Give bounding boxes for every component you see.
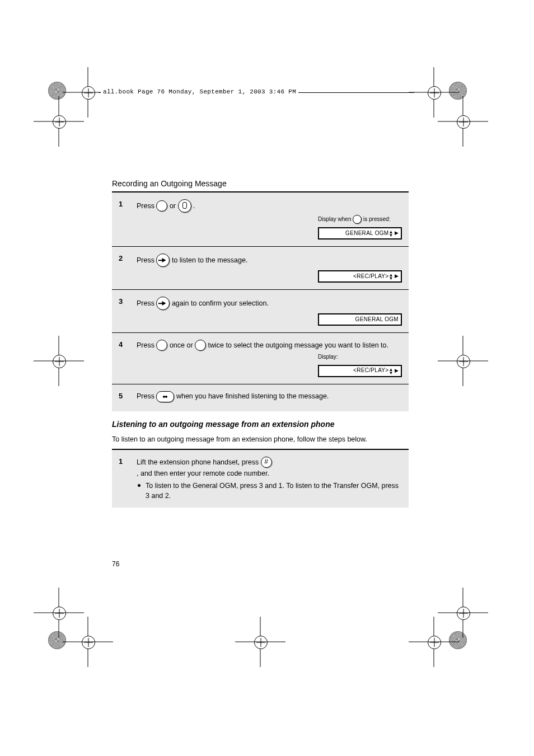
step-number: 5 (119, 391, 131, 405)
step-text: Press (137, 255, 154, 265)
subsection-paragraph: To listen to an outgoing message from an… (112, 434, 409, 444)
lcd-display: <REC/PLAY> ▲▼ ▶ (318, 365, 402, 377)
stop-button-icon (156, 391, 174, 402)
display-text: <REC/PLAY> (353, 367, 388, 375)
step-text: again to confirm your selection. (172, 298, 269, 308)
updown-arrows-icon: ▲▼ (388, 368, 393, 375)
subsection-title: Listening to an outgoing message from an… (112, 420, 409, 429)
step-text: when you have finished listening to the … (176, 391, 329, 401)
bullet-item: To listen to the General OGM, press 3 an… (137, 481, 402, 501)
registration-crosshair (34, 336, 84, 386)
play-button-icon (156, 253, 170, 267)
running-header: all.book Page 76 Monday, September 1, 20… (101, 88, 298, 95)
circle-button-icon (156, 340, 167, 351)
right-arrow-icon: ▶ (395, 273, 399, 280)
section-title: Recording an Outgoing Message (112, 179, 409, 188)
step-number: 4 (119, 340, 131, 377)
registration-crosshair (438, 588, 488, 638)
display-text: GENERAL OGM (355, 316, 399, 324)
lcd-display: GENERAL OGM (318, 313, 402, 326)
display-caption: Display: (318, 353, 402, 361)
step-row: 2 Press to listen to the message. <REC/P… (112, 247, 409, 290)
caption-text: is pressed: (363, 216, 390, 222)
step-row: 3 Press again to confirm your selection.… (112, 290, 409, 333)
step-text: . (193, 201, 195, 211)
steps-panel: 1 Press or . Display when is pressed: GE… (112, 192, 409, 411)
registration-crosshair (438, 96, 488, 147)
step-text: , and then enter your remote code number… (137, 468, 269, 478)
lcd-display: <REC/PLAY> ▲▼ ▶ (318, 270, 402, 283)
updown-arrows-icon: ▲▼ (388, 274, 393, 280)
caption-text: Display when (318, 216, 351, 222)
right-arrow-icon: ▶ (395, 229, 399, 237)
display-text: <REC/PLAY> (353, 273, 388, 281)
step-text: or (170, 201, 176, 211)
step-number: 1 (119, 457, 131, 501)
circle-button-icon (353, 215, 362, 224)
registration-crosshair (235, 617, 285, 667)
circle-button-icon (195, 340, 206, 351)
step-number: 1 (119, 199, 131, 240)
step-text: once or (170, 340, 193, 350)
hash-key-icon (261, 457, 272, 468)
step-text: twice to select the outgoing message you… (208, 340, 388, 350)
display-caption: Display when is pressed: (318, 215, 402, 224)
step-number: 2 (119, 253, 131, 283)
registration-crosshair (34, 588, 84, 638)
step-row: 1 Lift the extension phone handset, pres… (112, 450, 409, 508)
display-text: GENERAL OGM (345, 229, 388, 238)
registration-crosshair (34, 96, 84, 147)
lcd-display: GENERAL OGM ▲▼ ▶ (318, 227, 402, 240)
registration-crosshair (438, 336, 488, 386)
steps-panel: 1 Lift the extension phone handset, pres… (112, 450, 409, 508)
mic-button-icon (178, 199, 191, 213)
circle-button-icon (156, 200, 167, 212)
step-row: 1 Press or . Display when is pressed: GE… (112, 192, 409, 247)
step-number: 3 (119, 297, 131, 326)
step-text: Lift the extension phone handset, press (137, 457, 259, 467)
page-number: 76 (112, 560, 119, 568)
right-arrow-icon: ▶ (395, 367, 399, 374)
step-text: to listen to the message. (172, 255, 248, 265)
step-row: 4 Press once or twice to select the outg… (112, 333, 409, 384)
updown-arrows-icon: ▲▼ (388, 231, 393, 237)
step-text: Press (137, 391, 154, 401)
step-text: Press (137, 298, 154, 308)
step-text: Press (137, 340, 154, 350)
play-button-icon (156, 297, 170, 310)
step-text: Press (137, 201, 154, 211)
